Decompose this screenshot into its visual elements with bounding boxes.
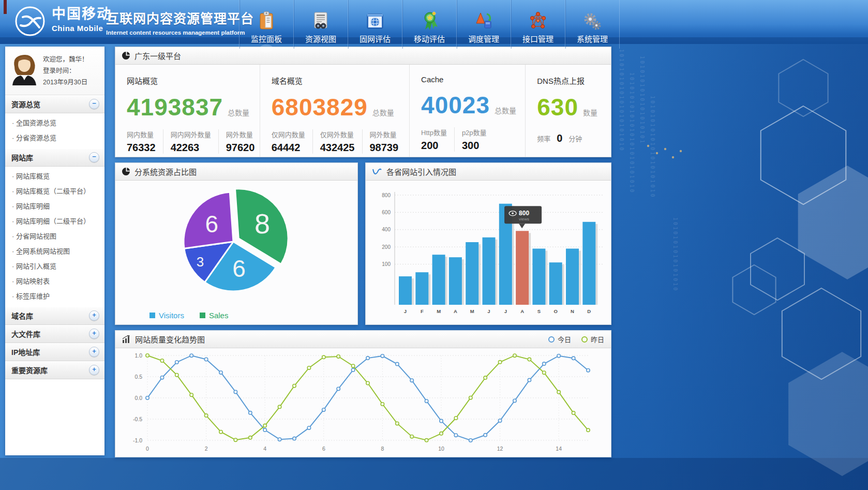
data-point[interactable] [219, 430, 222, 434]
data-point[interactable] [337, 387, 340, 390]
data-point[interactable] [366, 381, 369, 384]
data-point[interactable] [337, 355, 340, 358]
nav-item-1[interactable]: 监控面板 [239, 0, 293, 49]
data-point[interactable] [381, 403, 384, 406]
data-point[interactable] [543, 371, 546, 374]
sidebar-item[interactable]: · 网站库明细 [5, 198, 104, 213]
pie-legend-item[interactable]: Sales [200, 311, 229, 320]
data-point[interactable] [263, 424, 266, 427]
data-point[interactable] [410, 379, 413, 382]
sidebar-item[interactable]: · 网站引入概览 [5, 258, 104, 273]
data-point[interactable] [410, 435, 413, 438]
data-point[interactable] [234, 390, 237, 393]
data-point[interactable] [307, 426, 310, 429]
data-point[interactable] [440, 432, 443, 435]
sidebar-group-3[interactable]: 域名库+ [5, 307, 104, 325]
bar[interactable] [449, 257, 462, 305]
data-point[interactable] [425, 439, 428, 442]
data-point[interactable] [557, 354, 560, 358]
bar[interactable] [532, 249, 545, 305]
nav-item-7[interactable]: 系统管理 [565, 0, 620, 49]
trend-legend-item[interactable]: 昨日 [581, 334, 604, 344]
sidebar-item[interactable]: · 全网系统网站视图 [5, 243, 104, 258]
data-point[interactable] [160, 359, 163, 362]
data-point[interactable] [249, 411, 252, 414]
expand-icon[interactable]: + [89, 310, 99, 321]
sidebar-item[interactable]: · 网站映射表 [5, 273, 104, 288]
sidebar-item[interactable]: · 网站库概览 [5, 168, 104, 183]
data-point[interactable] [293, 384, 296, 388]
data-point[interactable] [278, 405, 281, 408]
data-point[interactable] [175, 361, 178, 364]
data-point[interactable] [484, 434, 487, 437]
data-point[interactable] [528, 378, 531, 381]
data-point[interactable] [587, 369, 590, 372]
data-point[interactable] [307, 366, 310, 369]
data-point[interactable] [351, 368, 354, 372]
expand-icon[interactable]: + [89, 365, 99, 375]
expand-icon[interactable]: + [89, 329, 99, 339]
sidebar-group-5[interactable]: IP地址库+ [5, 343, 104, 361]
data-point[interactable] [293, 437, 296, 440]
bar[interactable] [466, 242, 478, 305]
sidebar-item[interactable]: · 标签库维护 [5, 288, 104, 303]
data-point[interactable] [381, 354, 384, 358]
data-point[interactable] [219, 371, 222, 374]
data-point[interactable] [498, 361, 501, 364]
data-point[interactable] [322, 408, 325, 411]
collapse-icon[interactable]: − [89, 152, 99, 162]
data-point[interactable] [513, 354, 516, 357]
data-point[interactable] [190, 393, 193, 396]
bar[interactable] [566, 249, 579, 305]
bar-chart[interactable]: 100200400600800JFMAMJJASOND800views [366, 181, 610, 323]
sidebar-group-6[interactable]: 重要资源库+ [5, 361, 104, 379]
expand-icon[interactable]: + [89, 347, 99, 357]
data-point[interactable] [543, 362, 546, 365]
data-point[interactable] [572, 357, 575, 360]
nav-item-5[interactable]: 调度管理 [456, 0, 511, 49]
data-point[interactable] [278, 438, 281, 441]
data-point[interactable] [351, 364, 354, 367]
sidebar-item[interactable]: · 网站库概览（二级平台） [5, 183, 104, 198]
data-point[interactable] [425, 399, 428, 403]
data-point[interactable] [454, 434, 457, 437]
data-point[interactable] [190, 354, 193, 357]
sidebar-group-4[interactable]: 大文件库+ [5, 325, 104, 343]
sidebar-item[interactable]: · 分省网站视图 [5, 228, 104, 243]
data-point[interactable] [175, 374, 178, 377]
data-point[interactable] [146, 396, 149, 399]
data-point[interactable] [263, 428, 266, 432]
sidebar-item[interactable]: · 分省资源总览 [5, 130, 104, 145]
data-point[interactable] [322, 355, 325, 359]
nav-item-2[interactable]: 资源视图 [293, 0, 348, 49]
bar[interactable] [399, 276, 412, 305]
bar[interactable] [549, 262, 562, 305]
sidebar-item[interactable]: · 全国资源总览 [5, 115, 104, 130]
bar[interactable] [432, 255, 445, 305]
bar[interactable] [582, 222, 595, 305]
sidebar-group-1[interactable]: 资源总览− [5, 95, 104, 113]
trend-legend-item[interactable]: 今日 [548, 334, 571, 344]
bar[interactable] [516, 231, 529, 305]
nav-item-6[interactable]: 接口管理 [511, 0, 565, 49]
data-point[interactable] [366, 357, 369, 360]
data-point[interactable] [513, 399, 516, 402]
data-point[interactable] [204, 358, 207, 361]
data-point[interactable] [557, 391, 560, 394]
nav-item-4[interactable]: 移动评估 [402, 0, 456, 49]
data-point[interactable] [160, 376, 163, 379]
data-point[interactable] [498, 419, 501, 422]
data-point[interactable] [572, 411, 575, 414]
data-point[interactable] [528, 358, 531, 361]
data-point[interactable] [146, 354, 149, 357]
pie-chart[interactable]: 8636 [115, 181, 356, 305]
data-point[interactable] [396, 362, 399, 365]
bar[interactable] [483, 237, 496, 305]
sidebar-item[interactable]: · 网站库明细（二级平台） [5, 213, 104, 228]
data-point[interactable] [484, 376, 487, 379]
nav-item-3[interactable]: 固网评估 [348, 0, 402, 49]
data-point[interactable] [587, 428, 590, 432]
pie-legend-item[interactable]: Visitors [149, 311, 184, 320]
data-point[interactable] [440, 419, 443, 422]
line-chart[interactable]: 1.00.50.0-0.5-1.002468101214 [123, 348, 604, 455]
